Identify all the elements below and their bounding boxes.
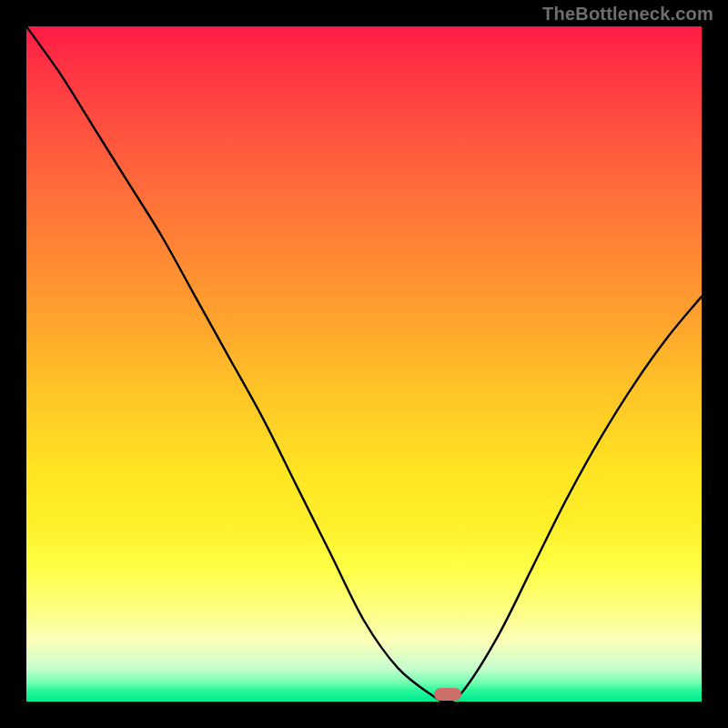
plot-area bbox=[26, 26, 702, 702]
optimal-point-marker bbox=[434, 688, 461, 701]
watermark-text: TheBottleneck.com bbox=[542, 4, 713, 25]
bottleneck-curve bbox=[26, 26, 702, 702]
chart-frame: TheBottleneck.com bbox=[0, 0, 728, 728]
